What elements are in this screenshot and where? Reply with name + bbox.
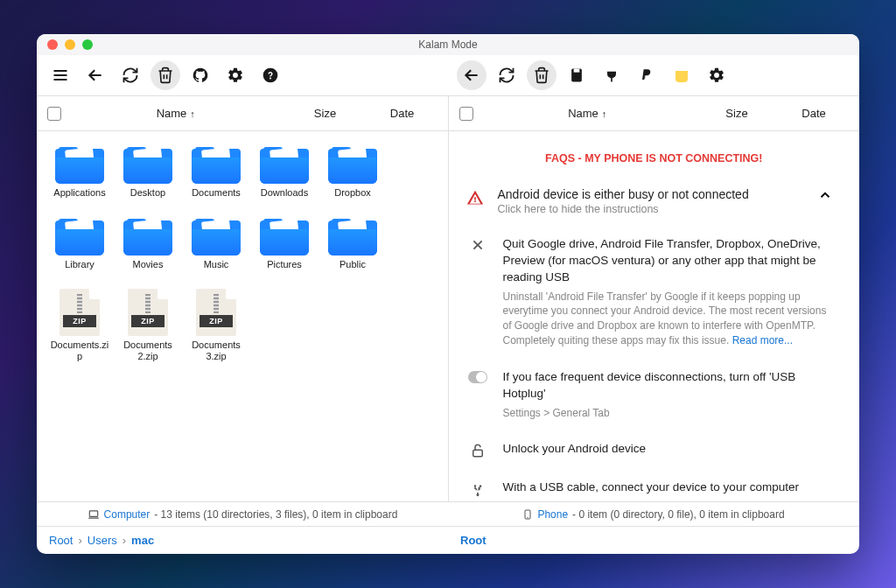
step-title: Quit Google drive, Android File Transfer…: [503, 236, 834, 286]
settings-button[interactable]: [220, 60, 250, 90]
titlebar: Kalam Mode: [37, 34, 859, 55]
read-more-link[interactable]: Read more...: [732, 334, 793, 346]
donate-button[interactable]: [667, 60, 696, 90]
chevron-up-icon[interactable]: [817, 187, 833, 203]
item-label: Dropbox: [334, 187, 371, 200]
sort-asc-icon: ↑: [602, 108, 607, 119]
storage-button[interactable]: [562, 60, 592, 90]
folder-icon: [123, 217, 172, 256]
folder-icon: [192, 217, 241, 256]
breadcrumb-separator: ›: [78, 534, 81, 547]
settings-button-right[interactable]: [702, 60, 732, 90]
step-usb: With a USB cable, connect your device to…: [458, 469, 851, 501]
folder-item[interactable]: Public: [318, 212, 387, 276]
col-size[interactable]: Size: [290, 107, 360, 120]
faq-link[interactable]: FAQS - MY PHONE IS NOT CONNECTING!: [458, 140, 851, 180]
item-label: Music: [204, 259, 229, 271]
folder-item[interactable]: Desktop: [114, 140, 182, 205]
step-unlock: Unlock your Android device: [458, 430, 851, 469]
item-label: Documents 3.zip: [185, 340, 248, 364]
folder-item[interactable]: Library: [46, 212, 114, 276]
folder-item[interactable]: Applications: [46, 140, 114, 205]
warning-icon: [466, 189, 484, 206]
device-label: Phone: [537, 508, 568, 521]
folder-item[interactable]: Downloads: [250, 140, 318, 205]
plug-button[interactable]: [597, 60, 626, 90]
back-button[interactable]: [80, 60, 110, 90]
col-name-right[interactable]: Name↑: [480, 107, 696, 120]
status-text: - 13 items (10 directories, 3 files), 0 …: [154, 508, 397, 521]
help-button[interactable]: [256, 60, 285, 90]
breadcrumb-item[interactable]: Users: [88, 534, 117, 547]
step-title: If you face frequent device disconnectio…: [503, 369, 834, 402]
col-date-right[interactable]: Date: [779, 107, 849, 120]
refresh-button[interactable]: [116, 60, 145, 90]
folder-item[interactable]: Documents: [182, 140, 250, 205]
breadcrumb-item[interactable]: Root: [49, 534, 73, 547]
breadcrumb-separator: ›: [122, 534, 126, 547]
accordion-header[interactable]: Android device is either busy or not con…: [458, 180, 851, 226]
window-title: Kalam Mode: [418, 38, 477, 51]
phone-icon: [522, 508, 533, 521]
item-label: Documents.zip: [48, 340, 111, 364]
close-window[interactable]: [47, 39, 58, 50]
minimize-window[interactable]: [65, 39, 75, 50]
zip-icon: ZIP: [60, 289, 100, 336]
right-status: Phone - 0 item (0 directory, 0 file), 0 …: [448, 502, 859, 526]
zip-item[interactable]: ZIPDocuments 3.zip: [182, 284, 250, 369]
folder-item[interactable]: Movies: [114, 212, 182, 276]
item-label: Applications: [53, 187, 105, 200]
cup-icon: [676, 68, 688, 82]
folder-icon: [123, 145, 172, 184]
col-name[interactable]: Name↑: [68, 107, 284, 120]
accordion-subtitle: Click here to hide the instructions: [498, 203, 749, 215]
usb-icon: [470, 481, 486, 497]
maximize-window[interactable]: [82, 39, 93, 50]
folder-icon: [328, 217, 377, 256]
folder-icon: [260, 145, 309, 184]
svg-rect-7: [574, 69, 580, 73]
laptop-icon: [88, 508, 100, 521]
col-date[interactable]: Date: [368, 107, 438, 120]
zip-item[interactable]: ZIPDocuments.zip: [46, 284, 114, 369]
left-body[interactable]: ApplicationsDesktopDocumentsDownloadsDro…: [37, 131, 448, 501]
status-row: Computer - 13 items (10 directories, 3 f…: [37, 501, 859, 526]
accordion-title: Android device is either busy or not con…: [498, 187, 749, 201]
col-size-right[interactable]: Size: [702, 107, 772, 120]
toolbar-row: [37, 55, 859, 95]
right-pane: Name↑ Size Date FAQS - MY PHONE IS NOT C…: [449, 96, 860, 501]
breadcrumb-item[interactable]: mac: [131, 534, 154, 547]
item-label: Movies: [133, 259, 164, 271]
delete-button-right[interactable]: [527, 60, 556, 90]
left-status: Computer - 13 items (10 directories, 3 f…: [37, 502, 448, 526]
delete-button[interactable]: [150, 60, 180, 90]
item-label: Documents 2.zip: [116, 340, 179, 364]
folder-icon: [328, 145, 377, 184]
item-label: Desktop: [130, 187, 165, 200]
right-breadcrumb: Root: [448, 527, 859, 554]
zip-item[interactable]: ZIPDocuments 2.zip: [114, 284, 182, 369]
github-button[interactable]: [186, 60, 215, 90]
folder-icon: [192, 145, 241, 184]
svg-rect-11: [89, 510, 97, 515]
refresh-button-right[interactable]: [492, 60, 522, 90]
select-all-checkbox[interactable]: [47, 107, 61, 121]
traffic-lights: [47, 39, 93, 50]
zip-icon: ZIP: [128, 289, 168, 336]
folder-item[interactable]: Dropbox: [318, 140, 387, 205]
right-body[interactable]: FAQS - MY PHONE IS NOT CONNECTING! Andro…: [449, 131, 860, 501]
folder-item[interactable]: Music: [182, 212, 250, 276]
item-label: Downloads: [261, 187, 308, 200]
menu-button[interactable]: [46, 60, 75, 90]
folder-icon: [260, 217, 309, 256]
zip-icon: ZIP: [196, 289, 236, 336]
app-window: Kalam Mode Name↑ Size: [37, 34, 859, 554]
back-button-right[interactable]: [457, 60, 486, 90]
paypal-button[interactable]: [632, 60, 662, 90]
breadcrumb-item[interactable]: Root: [460, 534, 486, 547]
folder-icon: [55, 217, 104, 256]
folder-item[interactable]: Pictures: [250, 212, 318, 276]
sort-asc-icon: ↑: [190, 108, 195, 119]
select-all-checkbox-right[interactable]: [459, 107, 473, 121]
left-toolbar: [37, 55, 448, 95]
